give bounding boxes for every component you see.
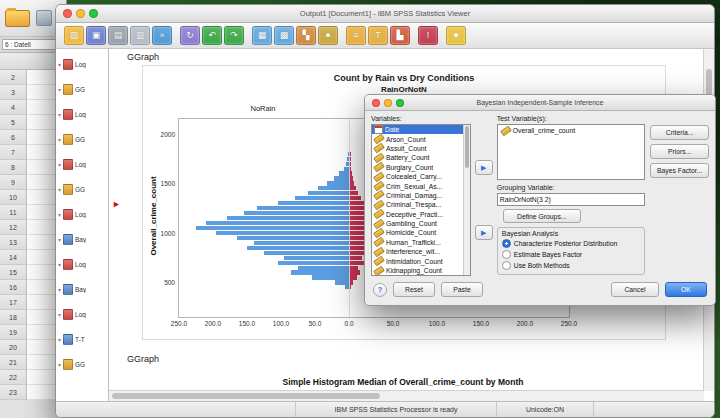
export-button[interactable]: » (152, 26, 172, 45)
find-button[interactable]: ● (318, 26, 338, 45)
variable-item[interactable]: Date (372, 125, 463, 134)
variable-item[interactable]: Battery_Count (372, 153, 463, 162)
move-grouping-variable-button[interactable]: ▶ (475, 225, 493, 240)
insert-title-button[interactable]: T (368, 26, 388, 45)
disclosure-triangle-icon[interactable]: ▾ (58, 161, 61, 168)
variables-button[interactable]: ▚ (296, 26, 316, 45)
ggraph-heading-2[interactable]: GGraph (127, 354, 159, 364)
variable-item[interactable]: Criminal_Trespa... (372, 200, 463, 209)
insert-heading-button[interactable]: ≡ (346, 26, 366, 45)
run-script-button[interactable]: ! (418, 26, 438, 45)
disclosure-triangle-icon[interactable]: ▾ (58, 286, 61, 293)
row-header[interactable]: 13 (0, 235, 27, 250)
variable-item[interactable]: Intimidation_Count (372, 256, 463, 265)
disclosure-triangle-icon[interactable]: ▾ (58, 136, 61, 143)
disclosure-triangle-icon[interactable]: ▾ (58, 311, 61, 318)
define-groups-button[interactable]: Define Groups... (503, 209, 581, 223)
row-header[interactable]: 9 (0, 175, 27, 190)
open-output-button[interactable]: ▨ (64, 26, 84, 45)
redo-button[interactable]: ↷ (224, 26, 244, 45)
row-header[interactable]: 8 (0, 160, 27, 175)
bayes-factor-button[interactable]: Bayes Factor... (650, 163, 709, 178)
variables-list[interactable]: DateArson_CountAssult_CountBattery_Count… (371, 124, 471, 276)
horizontal-scrollbar-thumb[interactable] (112, 393, 380, 399)
horizontal-scrollbar[interactable] (109, 390, 704, 401)
print-preview-button[interactable]: ▥ (130, 26, 150, 45)
row-header[interactable]: 22 (0, 370, 27, 385)
paste-button[interactable]: Paste (441, 282, 483, 297)
help-button[interactable]: ? (373, 283, 387, 297)
radio-option[interactable]: Use Both Methods (502, 260, 641, 271)
open-folder-icon[interactable] (5, 10, 30, 27)
radio-option[interactable]: Estimate Bayes Factor (502, 249, 641, 260)
outline-item-log[interactable]: ▾Log (56, 252, 108, 277)
outline-item-log[interactable]: ▾Log (56, 202, 108, 227)
row-header[interactable]: 21 (0, 355, 27, 370)
row-header[interactable]: 6 (0, 130, 27, 145)
row-header[interactable]: 11 (0, 205, 27, 220)
cancel-button[interactable]: Cancel (611, 282, 659, 297)
row-header[interactable]: 18 (0, 310, 27, 325)
row-header[interactable]: 23 (0, 385, 27, 400)
row-header[interactable]: 16 (0, 280, 27, 295)
variable-item[interactable]: Interference_wit... (372, 247, 463, 256)
row-header[interactable]: 4 (0, 100, 27, 115)
outline-item-gg[interactable]: ▾GG (56, 127, 108, 152)
recall-dialogs-button[interactable]: ↻ (180, 26, 200, 45)
variables-scrollbar[interactable] (463, 125, 470, 275)
outline-item-log[interactable]: ▾Log (56, 302, 108, 327)
outline-item-log[interactable]: ▾Log (56, 152, 108, 177)
variable-item[interactable]: Homicide_Count (372, 228, 463, 237)
variables-scrollbar-thumb[interactable] (465, 126, 470, 168)
disclosure-triangle-icon[interactable]: ▾ (58, 186, 61, 193)
designate-window-button[interactable]: ★ (446, 26, 466, 45)
outline-item-bay[interactable]: ▾Bay (56, 277, 108, 302)
dialog-zoom-button[interactable] (396, 99, 404, 107)
variable-item[interactable]: Assult_Count (372, 144, 463, 153)
outline-item-bay[interactable]: ▾Bay (56, 227, 108, 252)
viewer-titlebar[interactable]: Output1 [Document1] - IBM SPSS Statistic… (56, 5, 714, 23)
close-button[interactable] (63, 9, 72, 18)
row-header[interactable]: 3 (0, 85, 27, 100)
print-button[interactable]: ▤ (108, 26, 128, 45)
radio-option[interactable]: Characterize Posterior Distribution (502, 238, 641, 249)
row-header[interactable]: 14 (0, 250, 27, 265)
goto-case-button[interactable]: ▩ (274, 26, 294, 45)
dialog-close-button[interactable] (372, 99, 380, 107)
priors-button[interactable]: Priors... (650, 144, 709, 159)
disclosure-triangle-icon[interactable]: ▾ (58, 336, 61, 343)
row-header[interactable]: 19 (0, 325, 27, 340)
outline-item-gg[interactable]: ▾GG (56, 352, 108, 377)
row-header[interactable]: 7 (0, 145, 27, 160)
ggraph-heading-1[interactable]: GGraph (127, 52, 159, 62)
minimize-button[interactable] (76, 9, 85, 18)
row-header[interactable]: 10 (0, 190, 27, 205)
disclosure-triangle-icon[interactable]: ▾ (58, 211, 61, 218)
outline-item-t-t[interactable]: ▾T-T (56, 327, 108, 352)
ok-button[interactable]: OK (665, 282, 707, 297)
variable-item[interactable]: Deceptive_Practi... (372, 210, 463, 219)
row-header[interactable]: 5 (0, 115, 27, 130)
outline-item-gg[interactable]: ▾GG (56, 177, 108, 202)
move-test-variable-button[interactable]: ▶ (475, 160, 493, 175)
disclosure-triangle-icon[interactable]: ▾ (58, 361, 61, 368)
reset-button[interactable]: Reset (393, 282, 435, 297)
variable-item[interactable]: Colcealed_Carry... (372, 172, 463, 181)
variable-item[interactable]: Overall_crime_count (499, 126, 644, 135)
variable-item[interactable]: Crim_Sexual_As... (372, 181, 463, 190)
row-header[interactable]: 20 (0, 340, 27, 355)
insert-chart-button[interactable]: ▙ (390, 26, 410, 45)
row-header[interactable]: 2 (0, 70, 27, 85)
disclosure-triangle-icon[interactable]: ▾ (58, 61, 61, 68)
goto-data-button[interactable]: ▦ (252, 26, 272, 45)
test-variables-box[interactable]: Overall_crime_count (497, 124, 646, 180)
row-header[interactable]: 15 (0, 265, 27, 280)
outline-item-log[interactable]: ▾Log (56, 52, 108, 77)
data-editor-toolbar-icon[interactable] (36, 10, 52, 26)
disclosure-triangle-icon[interactable]: ▾ (58, 236, 61, 243)
save-button[interactable]: ▣ (86, 26, 106, 45)
disclosure-triangle-icon[interactable]: ▾ (58, 111, 61, 118)
criteria-button[interactable]: Criteria... (650, 125, 709, 140)
grouping-variable-field[interactable]: RainOrNotN(3 2) (497, 193, 646, 206)
outline-item-log[interactable]: ▾Log (56, 102, 108, 127)
